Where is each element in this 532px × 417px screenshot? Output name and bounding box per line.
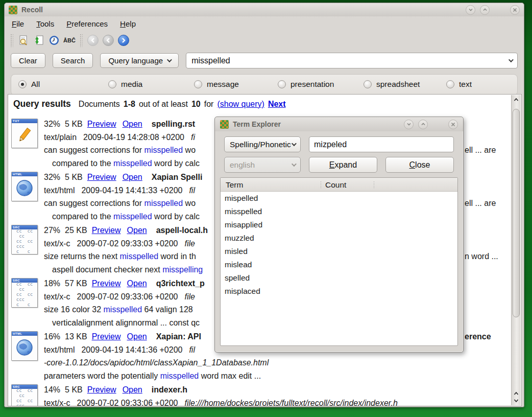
term-row[interactable]: misplaced — [221, 285, 457, 298]
preview-link[interactable]: Preview — [92, 279, 121, 288]
open-link[interactable]: Open — [123, 120, 142, 128]
expansion-mode-select[interactable]: Spelling/Phonetic — [224, 136, 301, 152]
menu-file[interactable]: File — [12, 19, 24, 28]
filter-text[interactable]: text — [446, 80, 472, 89]
minimize-button[interactable] — [466, 5, 475, 15]
radio-icon[interactable] — [446, 80, 454, 88]
titlebar[interactable]: Recoll — [5, 3, 524, 16]
radio-icon[interactable] — [364, 80, 372, 88]
nav-first-back-button[interactable] — [85, 33, 101, 48]
expand-button[interactable]: Expand — [309, 157, 377, 173]
recoll-app-icon — [220, 120, 229, 129]
scroll-down-icon[interactable] — [512, 397, 521, 404]
doc-url: file — [185, 239, 195, 248]
open-link[interactable]: Open — [123, 385, 142, 394]
history-button[interactable] — [46, 33, 62, 48]
result-filename: indexer.h — [152, 385, 187, 394]
radio-icon[interactable] — [18, 80, 27, 88]
highlight-term: misspelled — [113, 159, 152, 168]
filter-label: text — [459, 80, 472, 89]
file-size: 13 KB — [65, 332, 87, 341]
window-title: Recoll — [21, 6, 43, 14]
term-row[interactable]: mispelled — [221, 192, 457, 205]
snippet-text: word max edit ... — [199, 372, 261, 380]
open-link[interactable]: Open — [127, 279, 147, 288]
column-term[interactable]: Term — [226, 178, 243, 192]
nav-forward-button[interactable] — [116, 33, 131, 48]
snippet-text: -core-1.0.12/docs/apidoc/html/classXapia… — [44, 358, 269, 367]
relevance-percent: 32% — [44, 173, 60, 181]
close-button[interactable] — [510, 5, 520, 15]
term-row[interactable]: muzzled — [221, 231, 457, 245]
back-icon — [103, 35, 114, 46]
doc-date: 2009-04-19 14:41:36 +0200 — [81, 345, 182, 354]
results-scrollbar[interactable] — [511, 95, 521, 405]
column-separator[interactable] — [374, 181, 374, 188]
mime-type: text/html — [44, 345, 75, 354]
open-link[interactable]: Open — [123, 173, 142, 181]
query-combo[interactable] — [186, 53, 518, 68]
term-row[interactable]: misspelled — [221, 205, 457, 218]
dialog-minimize-button[interactable] — [404, 120, 414, 129]
language-select[interactable]: english — [224, 157, 301, 173]
open-link[interactable]: Open — [127, 332, 147, 341]
query-input[interactable] — [191, 56, 509, 65]
maximize-button[interactable] — [480, 5, 490, 15]
preview-link[interactable]: Preview — [87, 120, 116, 128]
preview-document-button[interactable] — [16, 33, 31, 48]
query-mode-select[interactable]: Query language — [100, 53, 179, 68]
menubar: FileToolsPreferencesHelp — [5, 16, 524, 31]
filter-all[interactable]: All — [18, 80, 40, 89]
scroll-up-icon[interactable] — [512, 96, 521, 103]
term-row[interactable]: spelled — [221, 271, 457, 285]
sort-document-button[interactable] — [31, 33, 46, 48]
menu-preferences[interactable]: Preferences — [66, 19, 108, 28]
term-row[interactable]: misapplied — [221, 218, 457, 231]
filter-spreadsheet[interactable]: spreadsheet — [364, 80, 420, 89]
dialog-maximize-button[interactable] — [418, 120, 428, 129]
toolbar-separator — [80, 34, 83, 47]
nav-back-button[interactable] — [101, 33, 116, 48]
close-dialog-button[interactable]: Close — [385, 157, 454, 173]
highlight-term: misspelled — [144, 199, 183, 207]
doc-url: fil — [189, 345, 195, 354]
toolbar-handle[interactable] — [10, 34, 13, 47]
dialog-close-button[interactable] — [448, 120, 458, 129]
term-explorer-button[interactable]: ÅBĈ — [62, 33, 77, 48]
term-input[interactable] — [314, 137, 449, 152]
open-link[interactable]: Open — [127, 226, 147, 235]
snippet-text: word in th — [158, 252, 196, 261]
scroll-thumb[interactable] — [513, 109, 520, 317]
search-button[interactable]: Search — [53, 53, 93, 68]
radio-icon[interactable] — [194, 80, 202, 88]
file-size: 5 KB — [65, 173, 83, 181]
preview-link[interactable]: Preview — [87, 173, 116, 181]
menu-tools[interactable]: Tools — [36, 19, 54, 28]
column-separator[interactable] — [321, 181, 321, 188]
result-row: SRCcc cc cc cc cc ccc c c14%5 KBPreviewO… — [11, 383, 511, 406]
preview-link[interactable]: Preview — [92, 226, 121, 235]
filter-presentation[interactable]: presentation — [278, 80, 334, 89]
chevron-up-icon — [482, 8, 488, 12]
preview-link[interactable]: Preview — [92, 332, 121, 341]
filter-media[interactable]: media — [108, 80, 142, 89]
filter-message[interactable]: message — [194, 80, 239, 89]
term-row[interactable]: mislead — [221, 258, 457, 271]
radio-icon[interactable] — [108, 80, 116, 88]
term-input-box[interactable] — [309, 136, 454, 152]
clear-button[interactable]: Clear — [11, 53, 45, 68]
preview-link[interactable]: Preview — [87, 385, 116, 394]
doc-url: file:///home/dockes/projets/fulltext/rec… — [185, 399, 398, 407]
category-filter-row: Allmediamessagepresentationspreadsheette… — [11, 74, 518, 96]
highlight-term: misspelled — [144, 146, 183, 154]
term-explorer-titlebar[interactable]: Term Explorer — [215, 117, 463, 131]
doc-date: 2009-07-02 09:33:06 +0200 — [77, 292, 178, 301]
column-count[interactable]: Count — [325, 178, 346, 192]
scroll-up2-icon[interactable] — [512, 390, 521, 397]
doc-icon-src: SRCcc cc cc cc cc ccc c c — [11, 225, 38, 254]
term-row[interactable]: misled — [221, 245, 457, 258]
radio-icon[interactable] — [278, 80, 286, 88]
chevron-down-icon[interactable] — [509, 57, 514, 62]
menu-help[interactable]: Help — [120, 19, 136, 28]
terms-rows: mispelledmisspelledmisappliedmuzzledmisl… — [221, 192, 457, 298]
